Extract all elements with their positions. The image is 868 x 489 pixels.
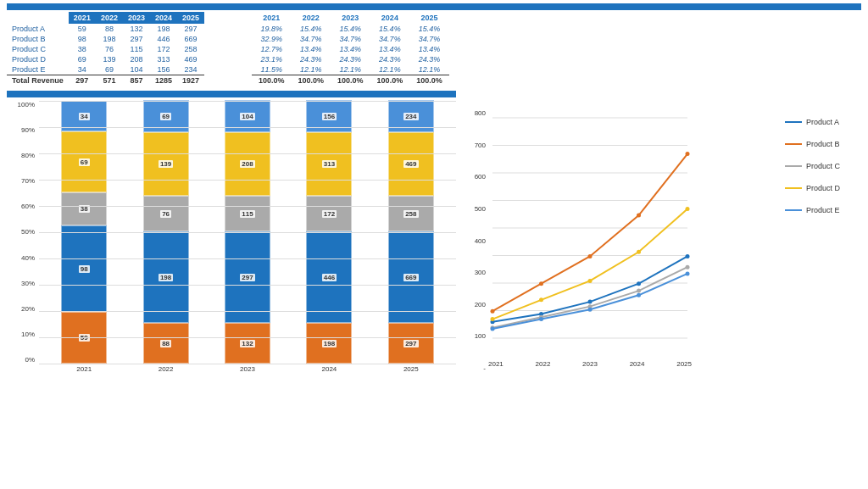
chart-plot: 5998386934881987613969132297115208104198…	[39, 101, 456, 364]
pct-total-cell: 100.0%	[292, 75, 331, 86]
cell-value: 156	[150, 64, 177, 75]
bar-chart-wrapper: 100% 90% 80% 70% 60% 50% 40% 30% 20% 10%…	[7, 91, 456, 389]
bottom-section: 100% 90% 80% 70% 60% 50% 40% 30% 20% 10%…	[0, 89, 868, 391]
legend-label: Product A	[806, 118, 839, 126]
segment-label: 234	[403, 113, 418, 120]
bar-segment: 208	[225, 132, 270, 196]
col-header-label	[7, 12, 69, 24]
segment-label: 208	[240, 160, 254, 168]
pct-cell: 12.1%	[292, 64, 331, 75]
bars-container: 5998386934881987613969132297115208104198…	[39, 101, 456, 364]
bar-column: 5998386934	[47, 101, 120, 364]
revenue-table: 2021 2022 2023 2024 2025 Product A598813…	[7, 12, 204, 86]
pct-table: 2021 2022 2023 2024 2025 19.8%15.4%15.4%…	[252, 12, 449, 86]
segment-label: 104	[240, 113, 254, 120]
legend-item: Product B	[785, 140, 861, 148]
segment-label: 139	[159, 160, 173, 168]
cell-value: 198	[96, 34, 123, 44]
legend-label: Product D	[806, 184, 840, 192]
cell-value: 69	[96, 64, 123, 75]
legend-line	[785, 165, 802, 167]
x-axis-label: 2025	[375, 365, 448, 373]
pct-cell: 13.4%	[409, 44, 449, 54]
svg-point-22	[637, 289, 641, 293]
bar-segment: 198	[143, 231, 189, 323]
svg-point-28	[686, 207, 690, 211]
cell-value: 115	[123, 44, 150, 54]
y-70: 70%	[21, 177, 35, 185]
total-value: 571	[96, 75, 123, 86]
pct-cell: 34.7%	[292, 34, 331, 44]
segment-label: 98	[79, 265, 90, 273]
x-axis-label: 2023	[211, 365, 284, 373]
svg-point-32	[637, 293, 641, 297]
pct-cell: 13.4%	[370, 44, 410, 54]
y-80: 80%	[21, 152, 35, 159]
cell-value: 297	[123, 34, 150, 44]
segment-label: 446	[322, 274, 337, 281]
y-100: 100%	[18, 101, 35, 108]
bar-segment: 88	[143, 323, 189, 364]
cell-value: 446	[150, 34, 177, 44]
segment-label: 198	[159, 274, 173, 281]
cell-value: 38	[69, 44, 96, 54]
pct-cell: 34.7%	[409, 34, 449, 44]
legend-item: Product D	[785, 184, 861, 192]
segment-label: 34	[79, 113, 90, 120]
segment-label: 88	[160, 340, 171, 347]
top-section-title	[7, 3, 861, 10]
total-row: Total Revenue29757185712851927	[7, 75, 204, 86]
cell-value: 172	[150, 44, 177, 54]
col-2024: 2024	[150, 12, 177, 24]
cell-value: 132	[123, 24, 150, 34]
pct-cell: 15.4%	[370, 24, 410, 34]
bar-chart-area: 100% 90% 80% 70% 60% 50% 40% 30% 20% 10%…	[7, 101, 456, 389]
cell-value: 469	[177, 54, 204, 64]
svg-point-27	[637, 250, 641, 254]
pct-cell: 13.4%	[331, 44, 370, 54]
line-y-axis: 800 700 600 500 400 300 200 100 -	[463, 109, 488, 372]
bar-segment: 104	[225, 100, 270, 132]
pct-cell: 24.3%	[370, 54, 410, 64]
bar-segment: 297	[225, 231, 270, 323]
line-svg-container: 2021 2022 2023 2024 2025	[488, 109, 776, 372]
table-row: Product C3876115172258	[7, 44, 204, 54]
cell-value: 98	[69, 34, 96, 44]
grid-line	[39, 364, 456, 364]
bar-segment: 132	[225, 323, 270, 364]
product-label: Product E	[7, 64, 69, 75]
legend-line	[785, 143, 802, 145]
svg-point-12	[637, 281, 641, 286]
cell-value: 69	[69, 54, 96, 64]
legend-line	[785, 209, 802, 211]
pct-row: 12.7%13.4%13.4%13.4%13.4%	[252, 44, 449, 54]
segment-label: 69	[160, 113, 171, 120]
svg-point-29	[491, 326, 495, 331]
pct-cell: 15.4%	[292, 24, 331, 34]
y-0: 0%	[25, 356, 35, 364]
cell-value: 234	[177, 64, 204, 75]
bar-segment: 172	[306, 196, 352, 231]
bar-segment: 234	[388, 100, 434, 132]
bar-segment: 446	[306, 231, 352, 323]
svg-point-31	[588, 308, 593, 312]
pct-row: 19.8%15.4%15.4%15.4%15.4%	[252, 24, 449, 34]
bar-segment: 469	[388, 132, 434, 196]
bar-segment: 59	[61, 312, 107, 364]
pct-total-cell: 100.0%	[409, 75, 449, 86]
pct-cell: 12.1%	[409, 64, 449, 75]
y-20: 20%	[21, 305, 35, 313]
svg-point-15	[539, 281, 543, 286]
pct-cell: 23.1%	[252, 54, 292, 64]
pct-total-row: 100.0%100.0%100.0%100.0%100.0%	[252, 75, 449, 86]
total-value: 1285	[150, 75, 177, 86]
pct-cell: 12.1%	[331, 64, 370, 75]
cell-value: 139	[96, 54, 123, 64]
table-row: Product A5988132198297	[7, 24, 204, 34]
cell-value: 34	[69, 64, 96, 75]
svg-point-16	[588, 254, 593, 258]
svg-point-24	[491, 317, 495, 321]
pct-cell: 32.9%	[252, 34, 292, 44]
product-label: Product C	[7, 44, 69, 54]
bar-segment: 98	[61, 225, 107, 312]
